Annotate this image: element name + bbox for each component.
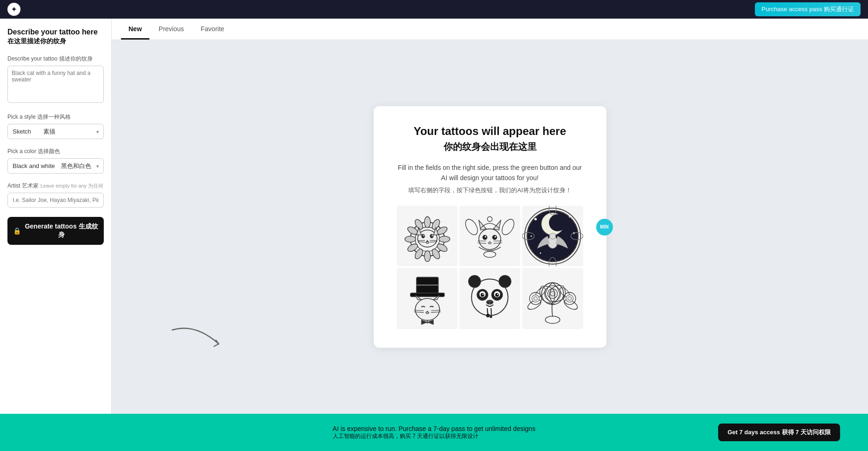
banner-text-en: AI is expensive to run. Purchase a 7-day… xyxy=(333,425,536,432)
card-container: Your tattoos will appear here 你的纹身会出现在这里… xyxy=(374,106,606,348)
purchase-access-button[interactable]: Purchase access pass 购买通行证 xyxy=(755,2,861,16)
svg-point-47 xyxy=(531,236,532,237)
svg-point-61 xyxy=(415,299,439,321)
tabs-bar: New Previous Favorite xyxy=(112,19,868,40)
logo: ✦ xyxy=(7,3,20,16)
card-title-zh: 你的纹身会出现在这里 xyxy=(397,141,583,153)
svg-point-16 xyxy=(430,234,433,238)
svg-point-31 xyxy=(487,216,492,221)
tattoo-moon-svg xyxy=(522,206,583,267)
svg-point-84 xyxy=(487,302,489,304)
color-select[interactable]: Black and white 黑色和白色 Color 彩色 xyxy=(7,158,104,174)
svg-point-99 xyxy=(534,297,538,301)
svg-point-15 xyxy=(421,234,425,238)
svg-point-41 xyxy=(484,251,496,257)
svg-point-71 xyxy=(426,321,428,323)
generate-tattoos-button[interactable]: 🔒 Generate tattoos 生成纹身 xyxy=(7,217,104,245)
tattoo-cat-hat-svg xyxy=(397,268,458,329)
card-desc-zh: 填写右侧的字段，按下绿色按钮，我们的AI将为您设计纹身！ xyxy=(397,186,583,195)
svg-point-26 xyxy=(463,217,480,236)
float-badge[interactable]: MIN xyxy=(596,219,613,236)
generate-btn-label: Generate tattoos 生成纹身 xyxy=(25,222,98,239)
svg-point-8 xyxy=(404,236,416,242)
tattoo-cell-moon xyxy=(522,206,583,267)
svg-point-82 xyxy=(497,294,498,295)
tab-previous[interactable]: Previous xyxy=(151,19,191,40)
svg-point-7 xyxy=(439,236,450,242)
svg-point-33 xyxy=(492,235,497,239)
svg-point-87 xyxy=(490,316,492,318)
main-content: New Previous Favorite Your tattoos will … xyxy=(112,19,868,414)
style-select[interactable]: Sketch 素描 Realistic 写实 Traditional 传统 xyxy=(7,124,104,139)
svg-point-83 xyxy=(486,300,494,304)
card-title-en: Your tattoos will appear here xyxy=(397,125,583,138)
svg-point-44 xyxy=(549,214,566,231)
banner-cta-button[interactable]: Get 7 days access 获得 7 天访问权限 xyxy=(718,424,840,441)
color-label: Pick a color 选择颜色 xyxy=(7,148,104,155)
banner-content: AI is expensive to run. Purchase a 7-day… xyxy=(333,425,536,440)
svg-point-13 xyxy=(424,250,430,262)
artist-input[interactable] xyxy=(7,193,104,208)
tattoo-cell-cat-hat xyxy=(397,268,458,329)
color-select-wrapper: Black and white 黑色和白色 Color 彩色 ▾ xyxy=(7,158,104,174)
svg-point-2 xyxy=(424,216,430,228)
sidebar: Describe your tattoo here 在这里描述你的纹身 Desc… xyxy=(0,19,112,414)
svg-point-74 xyxy=(499,276,511,288)
svg-point-51 xyxy=(550,233,556,239)
arrow-indicator xyxy=(168,325,223,349)
banner-text-zh: 人工智能的运行成本很高，购买 7 天通行证以获得无限设计 xyxy=(333,432,536,440)
svg-point-79 xyxy=(481,293,484,297)
style-select-wrapper: Sketch 素描 Realistic 写实 Traditional 传统 ▾ xyxy=(7,124,104,139)
svg-point-28 xyxy=(479,229,501,249)
svg-point-35 xyxy=(495,236,496,237)
sidebar-title-en: Describe your tattoo here xyxy=(7,28,104,36)
svg-point-49 xyxy=(540,252,541,254)
tattoo-cell-roses xyxy=(522,268,583,329)
svg-point-90 xyxy=(545,316,559,324)
describe-input[interactable] xyxy=(7,66,104,103)
svg-point-81 xyxy=(483,294,484,295)
tattoo-cell-panda xyxy=(459,268,520,329)
tattoo-cell-cat xyxy=(459,206,520,267)
tattoo-cell-lion xyxy=(397,206,458,267)
content-area: Your tattoos will appear here 你的纹身会出现在这里… xyxy=(112,40,868,414)
tattoo-grid xyxy=(397,206,583,329)
sidebar-title-zh: 在这里描述你的纹身 xyxy=(7,37,104,46)
tab-new[interactable]: New xyxy=(121,19,149,40)
tattoo-lion-svg xyxy=(397,206,458,267)
svg-point-80 xyxy=(495,293,499,297)
svg-point-102 xyxy=(568,297,572,301)
tattoo-panda-svg xyxy=(459,268,520,329)
artist-note: Leave empty for any 为任何 xyxy=(40,182,104,189)
bottom-banner: AI is expensive to run. Purchase a 7-day… xyxy=(0,414,868,451)
topnav: ✦ Purchase access pass 购买通行证 xyxy=(0,0,868,19)
tab-favorite[interactable]: Favorite xyxy=(193,19,232,40)
svg-point-27 xyxy=(499,217,516,236)
tattoo-roses-svg xyxy=(522,268,583,329)
card-desc-en: Fill in the fields on the right side, pr… xyxy=(397,162,583,183)
svg-rect-58 xyxy=(416,277,438,295)
svg-point-32 xyxy=(483,235,487,239)
banner-row: AI is expensive to run. Purchase a 7-day… xyxy=(0,425,868,440)
artist-label: Artist 艺术家 xyxy=(7,182,39,190)
svg-point-18 xyxy=(431,235,433,236)
tattoo-card: Your tattoos will appear here 你的纹身会出现在这里… xyxy=(374,106,606,348)
main-layout: Describe your tattoo here 在这里描述你的纹身 Desc… xyxy=(0,19,868,414)
describe-label: Describe your tattoo 描述你的纹身 xyxy=(7,55,104,63)
svg-point-34 xyxy=(485,236,486,237)
artist-label-row: Artist 艺术家 Leave empty for any 为任何 xyxy=(7,182,104,190)
svg-point-73 xyxy=(469,276,481,288)
tattoo-cat-svg xyxy=(459,206,520,267)
svg-point-86 xyxy=(486,314,490,317)
svg-point-17 xyxy=(423,235,424,236)
svg-point-85 xyxy=(491,302,492,304)
style-label: Pick a style 选择一种风格 xyxy=(7,113,104,121)
lock-icon: 🔒 xyxy=(13,227,21,235)
